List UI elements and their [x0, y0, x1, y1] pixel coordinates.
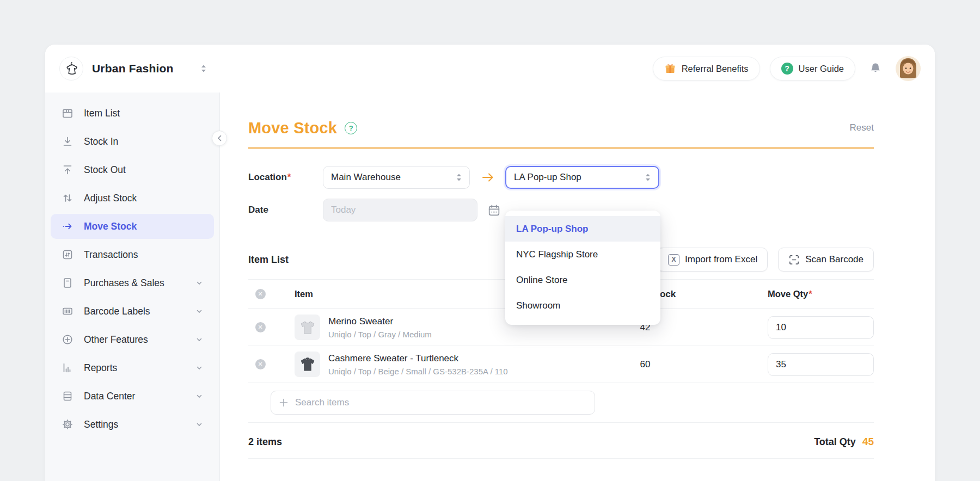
chevron-down-icon [195, 364, 203, 372]
main-content: Move Stock ? Reset Location* Main Wareho… [220, 92, 935, 481]
notifications-bell-icon[interactable] [868, 61, 883, 76]
items-count: 2 items [248, 436, 282, 448]
sidebar-item-purchases-sales[interactable]: Purchases & Sales [51, 270, 214, 295]
purchases-sales-icon [62, 277, 74, 289]
user-guide-button[interactable]: ? User Guide [770, 57, 855, 81]
column-header-move-qty: Move Qty* [768, 289, 874, 299]
reset-button[interactable]: Reset [850, 122, 874, 133]
sidebar-collapse-button[interactable] [212, 131, 227, 146]
sidebar-item-label: Adjust Stock [84, 193, 137, 204]
referral-benefits-button[interactable]: Referral Benefits [653, 57, 760, 81]
move-qty-input[interactable] [768, 316, 874, 339]
table-row: ✕ Cashmere Sweater - Turtleneck Uniqlo /… [248, 346, 874, 383]
calendar-icon[interactable] [487, 203, 501, 217]
summary-row: 2 items Total Qty 45 [248, 436, 874, 448]
sidebar-item-transactions[interactable]: Transactions [51, 242, 214, 267]
to-location-select[interactable]: LA Pop-up Shop [505, 166, 659, 189]
sidebar-item-label: Other Features [84, 334, 148, 346]
sidebar-item-data-center[interactable]: Data Center [51, 384, 214, 409]
import-from-excel-button[interactable]: X Import from Excel [658, 248, 768, 272]
org-name: Urban Fashion [92, 62, 174, 75]
location-dropdown-menu: LA Pop-up Shop NYC Flagship Store Online… [505, 211, 660, 325]
other-features-icon [62, 334, 74, 346]
item-list-icon [62, 107, 74, 119]
move-qty-input[interactable] [768, 353, 874, 376]
transactions-icon [62, 249, 74, 261]
sidebar-item-move-stock[interactable]: Move Stock [51, 214, 214, 239]
question-circle-icon: ? [781, 63, 793, 75]
chevron-down-icon [195, 392, 203, 400]
sidebar-item-item-list[interactable]: Item List [51, 101, 214, 126]
sidebar-item-label: Move Stock [84, 221, 137, 232]
remove-row-icon[interactable]: ✕ [255, 359, 266, 369]
chevron-down-icon [195, 336, 203, 343]
scan-frame-icon [788, 254, 800, 266]
sidebar-item-label: Item List [84, 108, 120, 119]
stock-out-icon [62, 164, 74, 176]
sidebar-item-stock-in[interactable]: Stock In [51, 129, 214, 154]
org-switcher-arrows[interactable] [200, 63, 207, 74]
sidebar-item-barcode-labels[interactable]: Barcode Labels [51, 299, 214, 324]
sidebar-item-label: Stock In [84, 136, 118, 147]
sidebar-item-label: Transactions [84, 249, 138, 261]
data-center-icon [62, 390, 74, 402]
body: Item List Stock In Stock Out Adjust Stoc… [45, 92, 935, 481]
title-underline [248, 147, 874, 149]
remove-row-icon[interactable]: ✕ [255, 322, 266, 332]
stock-value: 60 [599, 359, 691, 370]
from-location-value: Main Warehouse [331, 172, 401, 183]
select-arrows-icon [644, 172, 652, 183]
sidebar-item-label: Stock Out [84, 164, 126, 176]
dropdown-option-online-store[interactable]: Online Store [505, 267, 660, 293]
search-items-input[interactable] [295, 397, 587, 408]
required-asterisk: * [287, 172, 291, 182]
product-attributes: Uniqlo / Top / Gray / Medium [328, 330, 432, 339]
from-location-select[interactable]: Main Warehouse [323, 166, 470, 189]
to-location-value: LA Pop-up Shop [514, 172, 581, 183]
dropdown-option-nyc-flagship-store[interactable]: NYC Flagship Store [505, 242, 660, 267]
sidebar-item-label: Barcode Labels [84, 306, 150, 317]
gift-icon [664, 63, 676, 75]
page-title: Move Stock [248, 119, 337, 137]
sidebar-item-other-features[interactable]: Other Features [51, 327, 214, 352]
stock-in-icon [62, 135, 74, 147]
item-list-section-label: Item List [248, 254, 289, 266]
transfer-arrow-icon [470, 171, 505, 183]
sidebar-item-settings[interactable]: Settings [51, 412, 214, 437]
help-icon[interactable]: ? [345, 122, 357, 134]
location-label: Location* [248, 172, 323, 183]
date-label: Date [248, 205, 323, 215]
sidebar-item-stock-out[interactable]: Stock Out [51, 157, 214, 182]
sidebar-item-label: Settings [84, 419, 118, 430]
sidebar-item-reports[interactable]: Reports [51, 355, 214, 380]
footer-divider [248, 458, 874, 459]
sidebar-item-adjust-stock[interactable]: Adjust Stock [51, 186, 214, 211]
required-asterisk: * [808, 289, 812, 299]
search-row [248, 383, 874, 423]
total-qty-value: 45 [862, 436, 874, 448]
chevron-down-icon [195, 279, 203, 287]
sidebar-item-label: Reports [84, 362, 117, 374]
total-qty-label: Total Qty [814, 436, 856, 448]
select-arrows-icon [455, 172, 463, 183]
scan-barcode-label: Scan Barcode [805, 254, 863, 265]
scan-barcode-button[interactable]: Scan Barcode [778, 248, 874, 272]
move-stock-form: Location* Main Warehouse LA Pop-up Shop [248, 166, 874, 221]
dropdown-option-showroom[interactable]: Showroom [505, 293, 660, 318]
date-input[interactable] [323, 199, 477, 221]
search-items-box[interactable] [271, 391, 595, 415]
user-avatar[interactable] [896, 56, 921, 81]
move-stock-icon [62, 220, 74, 232]
brand-logo[interactable] [59, 57, 83, 81]
settings-icon [62, 418, 74, 430]
plus-icon [279, 398, 289, 408]
chevron-down-icon [195, 421, 203, 428]
remove-all-icon[interactable]: ✕ [255, 289, 266, 299]
app-window: Urban Fashion Referral Benefits ? User G… [45, 45, 935, 481]
adjust-stock-icon [62, 192, 74, 204]
product-attributes: Uniqlo / Top / Beige / Small / GS-532B-2… [328, 367, 508, 376]
sidebar-item-label: Purchases & Sales [84, 278, 164, 289]
referral-benefits-label: Referral Benefits [682, 64, 749, 74]
dropdown-option-la-popup-shop[interactable]: LA Pop-up Shop [505, 216, 660, 242]
sidebar: Item List Stock In Stock Out Adjust Stoc… [45, 92, 220, 481]
